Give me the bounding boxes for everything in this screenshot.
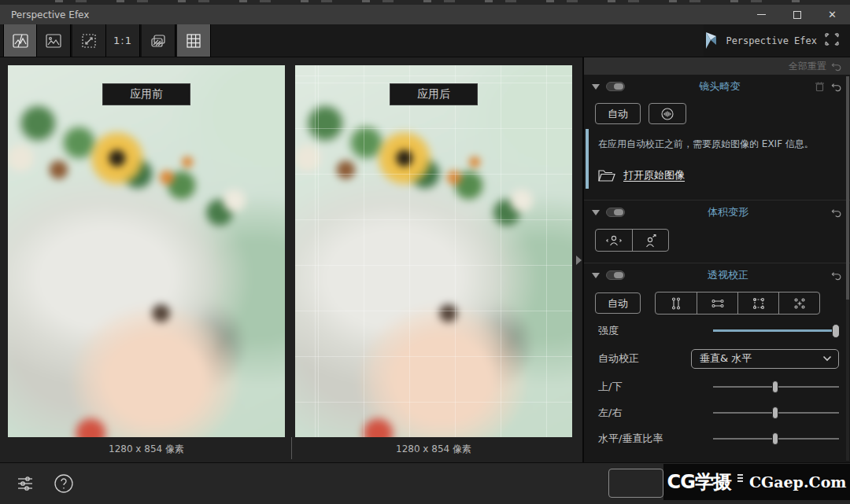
lens-distortion-section: 镜头畸变 自动 bbox=[584, 75, 850, 200]
save-button-partial[interactable] bbox=[608, 469, 663, 498]
vertical-lines-tool[interactable] bbox=[656, 292, 697, 314]
after-dimensions: 1280 x 854 像素 bbox=[295, 437, 572, 461]
strength-slider-handle[interactable] bbox=[832, 324, 840, 338]
zoom-ratio-label: 1:1 bbox=[113, 35, 132, 46]
lens-auto-button[interactable]: 自动 bbox=[595, 103, 641, 124]
split-preview-icon bbox=[12, 33, 29, 49]
panel-header: 全部重置 bbox=[584, 57, 850, 75]
hv-ratio-label: 水平/垂直比率 bbox=[598, 432, 713, 446]
minimize-icon bbox=[757, 14, 766, 15]
up-down-label: 上/下 bbox=[598, 380, 713, 394]
auto-correct-value: 垂直& 水平 bbox=[700, 351, 822, 366]
before-pane: 应用前 1280 x 854 像素 bbox=[8, 65, 285, 462]
auto-correct-dropdown[interactable]: 垂直& 水平 bbox=[691, 349, 839, 369]
perspective-efex-logo bbox=[704, 31, 718, 50]
maximize-icon bbox=[793, 11, 801, 19]
volume-diagonal-button[interactable] bbox=[632, 230, 668, 251]
grid-overlay bbox=[295, 65, 572, 437]
compare-button[interactable] bbox=[142, 24, 176, 57]
open-original-image-button[interactable]: 打开原始图像 bbox=[584, 157, 850, 190]
left-right-slider[interactable] bbox=[713, 405, 839, 421]
lens-distortion-toggle[interactable] bbox=[606, 82, 625, 91]
volume-deformation-toggle[interactable] bbox=[606, 208, 625, 217]
preferences-button[interactable] bbox=[16, 474, 35, 493]
volume-deformation-title: 体积变形 bbox=[631, 205, 825, 219]
maximize-button[interactable] bbox=[779, 5, 815, 24]
up-down-slider[interactable] bbox=[713, 379, 839, 395]
folder-icon bbox=[598, 169, 615, 182]
trash-icon[interactable] bbox=[815, 81, 825, 92]
single-preview-button[interactable] bbox=[37, 24, 71, 57]
title-bar: Perspective Efex ✕ bbox=[0, 5, 850, 24]
hv-ratio-row: 水平/垂直比率 bbox=[584, 425, 850, 451]
auto-correct-row: 自动校正 垂直& 水平 bbox=[584, 344, 850, 373]
close-button[interactable]: ✕ bbox=[815, 5, 850, 24]
slider-fill bbox=[713, 329, 839, 332]
undo-icon[interactable] bbox=[831, 208, 842, 218]
collapse-icon[interactable] bbox=[592, 84, 600, 90]
rectangle-points-icon bbox=[752, 296, 766, 311]
perspective-toggle[interactable] bbox=[606, 270, 625, 280]
lens-distortion-title: 镜头畸变 bbox=[631, 79, 808, 94]
collapse-icon[interactable] bbox=[592, 210, 600, 215]
brand-name: Perspective Efex bbox=[726, 35, 817, 46]
lens-module-button[interactable] bbox=[649, 103, 686, 124]
before-tag: 应用前 bbox=[102, 83, 190, 105]
hv-ratio-slider-handle[interactable] bbox=[772, 432, 778, 445]
up-down-row: 上/下 bbox=[584, 373, 850, 399]
left-right-slider-handle[interactable] bbox=[772, 407, 778, 419]
adjustments-panel: 全部重置 镜头畸变 bbox=[582, 57, 850, 462]
panel-scrollbar bbox=[846, 76, 849, 461]
reset-all-undo-icon[interactable] bbox=[831, 61, 842, 72]
eight-points-tool[interactable] bbox=[778, 292, 819, 314]
zoom-100-button[interactable]: 1:1 bbox=[106, 24, 140, 57]
before-image-canvas[interactable]: 应用前 bbox=[8, 65, 285, 437]
image-viewer: 应用前 1280 x 854 像素 应用后 1280 x 854 像素 bbox=[0, 57, 582, 462]
perspective-auto-button[interactable]: 自动 bbox=[595, 292, 641, 314]
bottom-bar: CG学摄 CGaep.Com bbox=[0, 462, 850, 504]
volume-mode-group bbox=[595, 229, 669, 252]
exif-info-text: 在应用自动校正之前，需要原始图像的 EXIF 信息。 bbox=[584, 127, 850, 157]
grid-overlay-button[interactable] bbox=[177, 24, 211, 57]
rectangle-tool[interactable] bbox=[737, 292, 778, 314]
collapse-icon[interactable] bbox=[592, 273, 600, 278]
horizontal-lines-tool[interactable] bbox=[697, 292, 737, 314]
zoom-fit-button[interactable] bbox=[72, 24, 106, 57]
watermark-fine-print bbox=[737, 474, 743, 482]
volume-deformation-section: 体积变形 bbox=[584, 200, 850, 263]
strength-label: 强度 bbox=[598, 324, 713, 338]
minimize-button[interactable] bbox=[744, 5, 779, 24]
settings-sliders-icon bbox=[16, 474, 35, 493]
points-plus-icon bbox=[793, 296, 807, 311]
view-toolbar: 1:1 Perspective Efex bbox=[0, 24, 850, 57]
horizontal-parallels-icon bbox=[711, 296, 725, 311]
open-original-image-label: 打开原始图像 bbox=[623, 168, 685, 182]
before-dimensions: 1280 x 854 像素 bbox=[8, 437, 285, 461]
chevron-right-icon bbox=[576, 256, 582, 265]
watermark: CG学摄 CGaep.Com bbox=[663, 464, 850, 500]
strength-slider[interactable] bbox=[713, 323, 839, 339]
split-preview-button[interactable] bbox=[3, 24, 37, 57]
reset-all-button[interactable]: 全部重置 bbox=[789, 60, 826, 73]
left-right-row: 左/右 bbox=[584, 399, 850, 425]
undo-icon[interactable] bbox=[831, 82, 842, 92]
help-button[interactable] bbox=[54, 473, 74, 494]
after-image-canvas[interactable]: 应用后 bbox=[295, 65, 572, 437]
grid-icon bbox=[186, 33, 201, 49]
zoom-fit-icon bbox=[81, 33, 97, 49]
perspective-efex-window: Perspective Efex ✕ 1:1 bbox=[0, 0, 850, 504]
fullscreen-button[interactable] bbox=[825, 33, 839, 49]
person-width-icon bbox=[605, 234, 623, 248]
lens-module-icon bbox=[660, 106, 675, 122]
scrollbar-thumb[interactable] bbox=[846, 76, 849, 300]
compare-icon bbox=[150, 33, 167, 49]
hv-ratio-slider[interactable] bbox=[713, 431, 839, 447]
strength-row: 强度 bbox=[584, 318, 850, 344]
volume-horizontal-button[interactable] bbox=[596, 230, 632, 251]
before-photo bbox=[8, 65, 285, 437]
undo-icon[interactable] bbox=[831, 270, 842, 281]
up-down-slider-handle[interactable] bbox=[772, 381, 778, 393]
help-icon bbox=[54, 473, 74, 494]
panel-collapse-handle[interactable] bbox=[576, 254, 584, 267]
close-icon: ✕ bbox=[828, 9, 837, 20]
